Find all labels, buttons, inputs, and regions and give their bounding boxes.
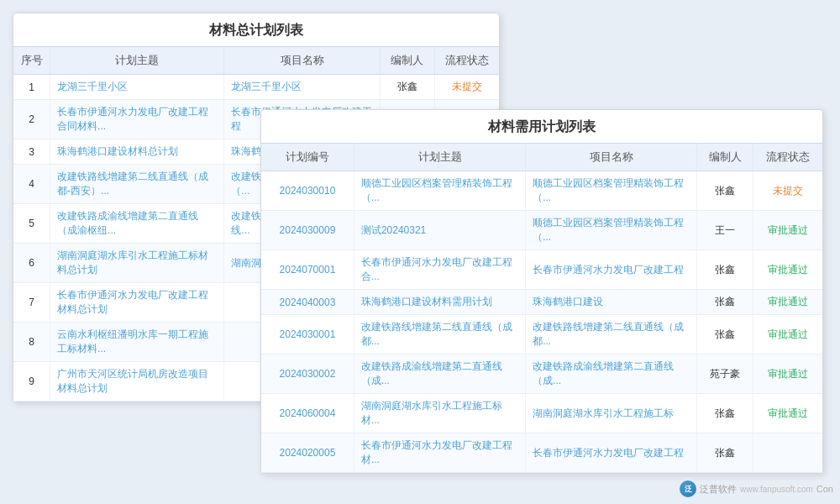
cell-theme[interactable]: 改建铁路线增建第二线直通线（成都... [354,315,525,354]
cell-editor: 张鑫 [697,394,753,433]
cell-seq: 3 [13,139,50,165]
cell-project[interactable]: 改建铁路线增建第二线直通线（成都... [526,315,697,354]
cell-theme[interactable]: 珠海鹤港口建设材料需用计划 [354,290,525,315]
cell-project[interactable]: 长春市伊通河水力发电厂改建工程 [526,433,697,473]
cell-theme[interactable]: 改建铁路成渝线增建第二直通线（成... [354,354,525,394]
cell-code[interactable]: 2024040003 [261,290,354,315]
table-row[interactable]: 2024030009 测试20240321 顺德工业园区档案管理精装饰工程（..… [261,211,822,250]
col-theme: 计划主题 [50,47,224,75]
col-seq: 序号 [13,47,50,75]
panel-material-need: 材料需用计划列表 计划编号 计划主题 项目名称 编制人 流程状态 2024030… [260,109,823,474]
cell-status: 未提交 [435,75,499,100]
cell-project[interactable]: 珠海鹤港口建设 [526,290,697,315]
table-row[interactable]: 2024020005 长春市伊通河水力发电厂改建工程材... 长春市伊通河水力发… [261,433,822,473]
cell-theme[interactable]: 长春市伊通河水力发电厂改建工程合同材料... [50,100,224,139]
cell-status: 审批通过 [753,250,822,290]
cell-status [753,433,822,473]
table-total-header: 序号 计划主题 项目名称 编制人 流程状态 [13,47,499,75]
cell-theme[interactable]: 湖南洞庭湖水库引水工程施工标材料总计划 [50,244,224,283]
col-code: 计划编号 [261,144,354,171]
cell-seq: 8 [13,323,50,362]
table-need-header: 计划编号 计划主题 项目名称 编制人 流程状态 [261,144,822,171]
cell-editor: 张鑫 [697,290,753,315]
cell-theme[interactable]: 珠海鹤港口建设材料总计划 [50,139,224,165]
cell-seq: 7 [13,283,50,323]
cell-code[interactable]: 2024030009 [261,211,354,250]
cell-theme[interactable]: 测试20240321 [354,211,525,250]
table-row[interactable]: 2024060004 湖南洞庭湖水库引水工程施工标材... 湖南洞庭湖水库引水工… [261,394,822,433]
cell-status: 审批通过 [753,290,822,315]
cell-seq: 2 [13,100,50,139]
col-project: 项目名称 [526,144,697,171]
cell-theme[interactable]: 改建铁路线增建第二线直通线（成都-西安）... [50,165,224,204]
cell-theme[interactable]: 广州市天河区统计局机房改造项目材料总计划 [50,362,224,402]
cell-status: 未提交 [753,171,822,211]
watermark: 泛 泛普软件 www.fanpusoft.com Con [680,480,833,497]
table-row[interactable]: 2024040003 珠海鹤港口建设材料需用计划 珠海鹤港口建设 张鑫 审批通过 [261,290,822,315]
cell-code[interactable]: 2024030002 [261,354,354,394]
table-material-need: 计划编号 计划主题 项目名称 编制人 流程状态 2024030010 顺德工业园… [261,144,822,473]
cell-editor: 张鑫 [697,315,753,354]
cell-theme[interactable]: 顺德工业园区档案管理精装饰工程（... [354,171,525,211]
con-label: Con [816,484,833,494]
cell-editor: 张鑫 [697,171,753,211]
col-editor: 编制人 [380,47,434,75]
col-status: 流程状态 [753,144,822,171]
cell-project[interactable]: 长春市伊通河水力发电厂改建工程 [526,250,697,290]
cell-seq: 9 [13,362,50,402]
cell-theme[interactable]: 龙湖三千里小区 [50,75,224,100]
cell-code[interactable]: 2024070001 [261,250,354,290]
cell-seq: 6 [13,244,50,283]
table-row[interactable]: 2024070001 长春市伊通河水力发电厂改建工程合... 长春市伊通河水力发… [261,250,822,290]
cell-code[interactable]: 2024020005 [261,433,354,473]
table-row[interactable]: 2024030002 改建铁路成渝线增建第二直通线（成... 改建铁路成渝线增建… [261,354,822,394]
col-editor: 编制人 [697,144,753,171]
cell-status: 审批通过 [753,394,822,433]
cell-code[interactable]: 2024030010 [261,171,354,211]
cell-editor: 张鑫 [380,75,434,100]
panel-total-title: 材料总计划列表 [13,13,499,47]
cell-status: 审批通过 [753,315,822,354]
table-row[interactable]: 2024030010 顺德工业园区档案管理精装饰工程（... 顺德工业园区档案管… [261,171,822,211]
cell-theme[interactable]: 湖南洞庭湖水库引水工程施工标材... [354,394,525,433]
cell-editor: 张鑫 [697,433,753,473]
cell-theme[interactable]: 长春市伊通河水力发电厂改建工程材... [354,433,525,473]
cell-status: 审批通过 [753,354,822,394]
col-project: 项目名称 [224,47,380,75]
watermark-text: 泛普软件 [700,483,737,496]
cell-status: 审批通过 [753,211,822,250]
table-row[interactable]: 1 龙湖三千里小区 龙湖三千里小区 张鑫 未提交 [13,75,499,100]
cell-seq: 4 [13,165,50,204]
watermark-url: www.fanpusoft.com [740,485,813,494]
panel-need-title: 材料需用计划列表 [261,110,822,144]
cell-project[interactable]: 改建铁路成渝线增建第二直通线（成... [526,354,697,394]
cell-seq: 5 [13,204,50,244]
cell-editor: 张鑫 [697,250,753,290]
col-status: 流程状态 [435,47,499,75]
watermark-logo: 泛 [680,480,696,497]
cell-project[interactable]: 龙湖三千里小区 [224,75,380,100]
cell-project[interactable]: 顺德工业园区档案管理精装饰工程（... [526,211,697,250]
cell-theme[interactable]: 改建铁路成渝线增建第二直通线（成渝枢纽... [50,204,224,244]
cell-code[interactable]: 2024060004 [261,394,354,433]
table-row[interactable]: 2024030001 改建铁路线增建第二线直通线（成都... 改建铁路线增建第二… [261,315,822,354]
cell-editor: 王一 [697,211,753,250]
col-theme: 计划主题 [354,144,525,171]
cell-project[interactable]: 湖南洞庭湖水库引水工程施工标 [526,394,697,433]
cell-code[interactable]: 2024030001 [261,315,354,354]
cell-theme[interactable]: 长春市伊通河水力发电厂改建工程材料总计划 [50,283,224,323]
cell-seq: 1 [13,75,50,100]
cell-theme[interactable]: 云南水利枢纽潘明水库一期工程施工标材料... [50,323,224,362]
cell-editor: 苑子豪 [697,354,753,394]
cell-project[interactable]: 顺德工业园区档案管理精装饰工程（... [526,171,697,211]
cell-theme[interactable]: 长春市伊通河水力发电厂改建工程合... [354,250,525,290]
